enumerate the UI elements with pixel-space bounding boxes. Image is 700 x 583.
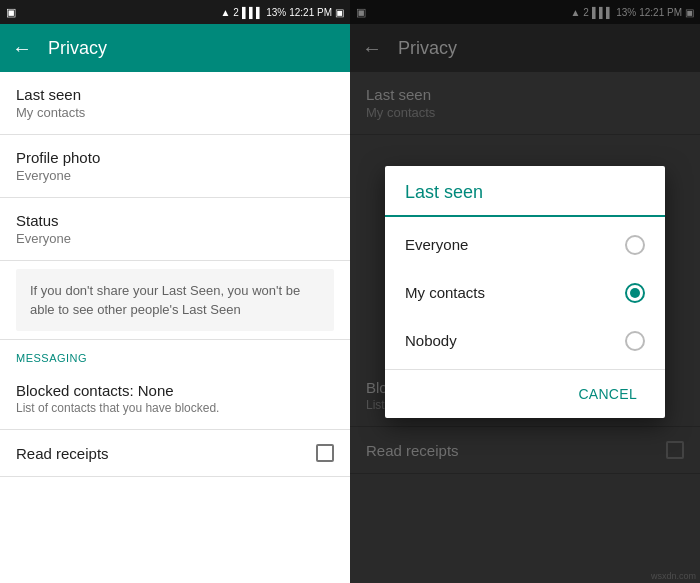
carrier-icon: 2 — [233, 7, 239, 18]
setting-blocked-title: Blocked contacts: None — [16, 382, 219, 399]
screenshot-icon: ▣ — [335, 7, 344, 18]
info-box: If you don't share your Last Seen, you w… — [16, 269, 334, 331]
read-receipts-checkbox[interactable] — [316, 444, 334, 462]
setting-status[interactable]: Status Everyone — [0, 198, 350, 261]
dialog-options: Everyone My contacts Nobody — [385, 217, 665, 369]
option-nobody[interactable]: Nobody — [385, 317, 665, 365]
option-my-contacts-label: My contacts — [405, 284, 485, 301]
setting-last-seen-title: Last seen — [16, 86, 334, 103]
battery-icon: 13% — [266, 7, 286, 18]
option-everyone-label: Everyone — [405, 236, 468, 253]
last-seen-dialog: Last seen Everyone My contacts Nobody — [385, 166, 665, 418]
toolbar-title-left: Privacy — [48, 38, 107, 59]
toolbar-left: ← Privacy — [0, 24, 350, 72]
dialog-overlay: Last seen Everyone My contacts Nobody — [350, 0, 700, 583]
signal-icon: ▌▌▌ — [242, 7, 263, 18]
settings-list-left: Last seen My contacts Profile photo Ever… — [0, 72, 350, 583]
setting-blocked-col: Blocked contacts: None List of contacts … — [16, 382, 219, 415]
option-everyone-radio[interactable] — [625, 235, 645, 255]
setting-status-subtitle: Everyone — [16, 231, 334, 246]
time-left: 12:21 PM — [289, 7, 332, 18]
setting-profile-photo-title: Profile photo — [16, 149, 334, 166]
cancel-button[interactable]: Cancel — [566, 378, 649, 410]
messaging-section-header: MESSAGING — [0, 339, 350, 368]
setting-profile-photo[interactable]: Profile photo Everyone — [0, 135, 350, 198]
option-my-contacts[interactable]: My contacts — [385, 269, 665, 317]
option-nobody-label: Nobody — [405, 332, 457, 349]
right-panel: ▣ ▲ 2 ▌▌▌ 13% 12:21 PM ▣ ← Privacy Last … — [350, 0, 700, 583]
status-bar-right-icons: ▲ 2 ▌▌▌ 13% 12:21 PM ▣ — [220, 7, 344, 18]
option-my-contacts-radio[interactable] — [625, 283, 645, 303]
setting-status-title: Status — [16, 212, 334, 229]
option-everyone[interactable]: Everyone — [385, 221, 665, 269]
left-panel: ▣ ▲ 2 ▌▌▌ 13% 12:21 PM ▣ ← Privacy Last … — [0, 0, 350, 583]
wifi-icon: ▲ — [220, 7, 230, 18]
setting-read-receipts[interactable]: Read receipts — [0, 430, 350, 477]
android-icon: ▣ — [6, 6, 16, 19]
setting-profile-photo-subtitle: Everyone — [16, 168, 334, 183]
back-button-left[interactable]: ← — [12, 37, 32, 60]
setting-read-title: Read receipts — [16, 445, 109, 462]
status-bar-left: ▣ ▲ 2 ▌▌▌ 13% 12:21 PM ▣ — [0, 0, 350, 24]
dialog-actions: Cancel — [385, 370, 665, 418]
setting-read-col: Read receipts — [16, 445, 109, 462]
option-nobody-radio[interactable] — [625, 331, 645, 351]
radio-selected-dot — [630, 288, 640, 298]
setting-blocked-subtitle: List of contacts that you have blocked. — [16, 401, 219, 415]
status-bar-left-icons: ▣ — [6, 6, 16, 19]
setting-last-seen-subtitle: My contacts — [16, 105, 334, 120]
info-box-text: If you don't share your Last Seen, you w… — [30, 283, 300, 317]
setting-blocked-contacts[interactable]: Blocked contacts: None List of contacts … — [0, 368, 350, 430]
setting-last-seen[interactable]: Last seen My contacts — [0, 72, 350, 135]
dialog-title: Last seen — [385, 166, 665, 217]
